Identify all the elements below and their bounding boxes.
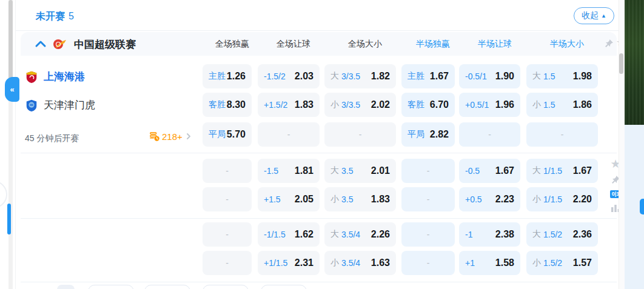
odds-empty: - [226,194,229,204]
odds-cell[interactable]: 大1.51.98 [526,64,598,88]
away-team-name[interactable]: 天津津门虎 [44,98,95,112]
handicap-label: 客胜 [408,99,424,110]
home-team-name[interactable]: 上海海港 [44,70,85,84]
collapse-sidebar-tab[interactable]: « [5,77,19,102]
right-scrollbar[interactable] [619,0,625,289]
odds-cell[interactable]: 小1.51.86 [526,93,598,117]
section-topbar: 未开赛5 收起 ▲ [16,0,619,31]
odds-value: 2.05 [295,194,314,205]
left-scrollbar[interactable] [8,0,13,289]
collapse-button[interactable]: 收起 ▲ [574,7,614,24]
right-scrollbar-thumb[interactable] [619,53,623,74]
over-under-prefix: 大 [532,229,541,240]
odds-value: 1.57 [573,257,592,268]
pin-icon[interactable] [604,39,614,48]
chevron-up-icon[interactable] [34,38,47,51]
odds-empty: - [427,194,430,204]
odds-cell[interactable]: 大3.52.01 [324,159,396,183]
odds-value: 8.30 [227,99,246,110]
odds-cell[interactable]: -12.38 [459,222,520,247]
home-team-row[interactable]: 上海海港 [25,70,85,84]
odds-cell[interactable]: 小3.5/41.63 [324,251,396,275]
odds-label-group: +0.5/1 [465,100,489,110]
column-header-ht-1x2: 半场独赢 [416,39,450,50]
odds-cell[interactable]: - [401,222,455,247]
next-section-pill[interactable] [144,285,190,289]
odds-cell[interactable]: 小3.51.83 [324,187,396,211]
next-section-pill[interactable] [203,285,249,289]
odds-cell[interactable]: - [203,187,252,211]
odds-cell[interactable]: 小1.5/21.57 [526,251,598,275]
over-under-prefix: 小 [532,257,541,268]
odds-cell[interactable]: 客胜6.70 [401,93,455,117]
odds-label-group: -1.5/2 [264,71,286,81]
odds-cell[interactable]: - [203,159,252,183]
odds-label-group: 小1/1.5 [532,194,562,205]
odds-empty: - [488,130,491,139]
betting-page: « 未开赛5 收起 ▲ 中国超级联赛 全场独赢 全场让球 全场大小 半场独赢 [0,0,644,289]
over-under-prefix: 大 [532,71,541,82]
odds-cell[interactable]: 大3.5/42.26 [324,222,396,247]
odds-cell[interactable]: - [324,122,396,147]
handicap-label: 3.5 [341,166,353,176]
odds-value: 2.23 [495,194,514,205]
markets-coin-icon [149,131,160,142]
league-header-row[interactable]: 中国超级联赛 全场独赢 全场让球 全场大小 半场独赢 半场让球 半场大小 ★ [21,32,617,56]
over-under-prefix: 大 [330,229,339,240]
handicap-label: 3/3.5 [341,71,360,81]
odds-cell[interactable]: 大1/1.51.67 [526,159,598,183]
odds-cell[interactable]: +1/1.52.31 [258,251,320,275]
odds-cell[interactable]: -1.51.81 [258,159,320,183]
odds-cell[interactable]: 客胜8.30 [203,93,252,117]
odds-value: 1.67 [430,71,449,82]
handicap-label: 平局 [408,129,424,140]
odds-cell[interactable]: +11.58 [459,251,520,275]
odds-cell[interactable]: -1/1.51.62 [258,222,320,247]
odds-label-group: +1.5 [264,194,281,204]
odds-cell[interactable]: +1.52.05 [258,187,320,211]
handicap-label: 1/1.5 [543,194,562,204]
odds-empty: - [287,130,290,139]
odds-cell[interactable]: 小1/1.52.20 [526,187,598,211]
away-team-badge-icon [25,99,38,112]
odds-label-group: 小1.5/2 [532,257,562,268]
odds-cell[interactable]: - [401,251,455,275]
chevron-double-left-icon: « [10,85,14,94]
odds-cell[interactable]: -0.51.67 [459,159,520,183]
odds-value: 2.36 [573,229,592,240]
handicap-label: 1.5/2 [543,258,562,268]
odds-cell[interactable]: +0.5/11.96 [459,93,520,117]
away-team-row[interactable]: 天津津门虎 [25,98,95,112]
odds-cell[interactable]: +0.52.23 [459,187,520,211]
odds-label-group: 平局 [209,129,226,140]
odds-cell[interactable]: 主胜1.26 [203,64,252,88]
odds-value: 1.62 [295,229,314,240]
odds-empty: - [427,230,430,239]
next-section-pill[interactable] [88,285,134,289]
odds-label-group: 客胜 [209,99,226,110]
handicap-label: 1.5/2 [543,230,562,239]
group-divider [21,153,617,153]
floating-action-button-partial[interactable] [640,199,644,214]
column-header-ft-1x2: 全场独赢 [215,39,249,50]
odds-cell[interactable]: 主胜1.67 [401,64,455,88]
odds-cell[interactable]: - [401,187,455,211]
more-markets-link[interactable]: 218+ [149,131,193,142]
odds-cell[interactable]: - [401,159,455,183]
odds-cell[interactable]: +1.5/21.83 [258,93,320,117]
odds-label-group: 大3.5 [330,165,353,176]
odds-cell[interactable]: - [258,122,320,147]
odds-cell[interactable]: -1.5/22.03 [258,64,320,88]
group-divider [21,282,617,282]
odds-cell[interactable]: 平局2.82 [401,122,455,147]
odds-cell[interactable]: - [203,222,252,247]
odds-cell[interactable]: -0.5/11.90 [459,64,520,88]
next-section-pill[interactable] [261,285,307,289]
odds-cell[interactable]: 平局5.70 [203,122,252,147]
odds-cell[interactable]: 大3/3.51.82 [324,64,396,88]
odds-cell[interactable]: 小3/3.52.02 [324,93,396,117]
odds-cell[interactable]: 大1.5/22.36 [526,222,598,247]
odds-cell[interactable]: - [459,122,520,147]
odds-cell[interactable]: - [203,251,252,275]
odds-cell[interactable]: - [526,122,598,147]
